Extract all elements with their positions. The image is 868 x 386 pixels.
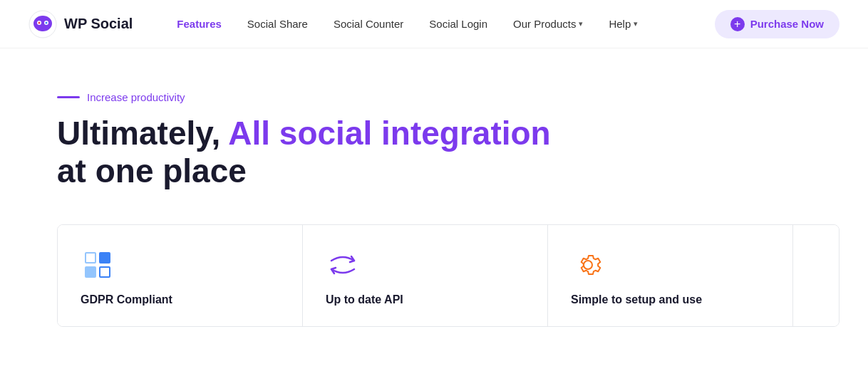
nav-features[interactable]: Features	[167, 12, 232, 36]
gear-icon-container	[571, 248, 605, 282]
svg-point-5	[46, 21, 48, 24]
svg-point-4	[38, 21, 41, 24]
nav-social-share[interactable]: Social Share	[237, 12, 318, 36]
card-api: Up to date API	[303, 225, 548, 326]
feature-cards-row: GDPR Compliant Up to date API	[57, 224, 839, 327]
our-products-arrow: ▾	[579, 19, 583, 28]
card-gear: Simple to setup and use	[548, 225, 793, 326]
api-label: Up to date API	[326, 293, 525, 306]
hero-section: Increase productivity Ultimately, All so…	[0, 48, 868, 355]
gear-icon	[572, 249, 604, 281]
purchase-button[interactable]: + Purchase Now	[715, 10, 839, 38]
nav-social-login[interactable]: Social Login	[419, 12, 497, 36]
gdpr-label: GDPR Compliant	[81, 293, 279, 306]
setup-label: Simple to setup and use	[571, 293, 770, 306]
brand-name: WP Social	[64, 16, 133, 32]
eyebrow-text: Increase productivity	[87, 91, 185, 103]
plus-icon: +	[730, 17, 745, 31]
eyebrow-line	[57, 96, 80, 98]
logo-icon	[29, 10, 57, 38]
logo-link[interactable]: WP Social	[29, 10, 133, 38]
hero-title: Ultimately, All social integration at on…	[57, 115, 839, 190]
nav-our-products[interactable]: Our Products ▾	[503, 12, 593, 36]
gdpr-icon	[81, 248, 115, 282]
nav-links: Features Social Share Social Counter Soc…	[167, 12, 714, 36]
nav-help[interactable]: Help ▾	[599, 12, 648, 36]
api-icon	[326, 248, 360, 282]
hero-eyebrow: Increase productivity	[57, 91, 839, 103]
nav-social-counter[interactable]: Social Counter	[324, 12, 413, 36]
card-gdpr: GDPR Compliant	[58, 225, 303, 326]
card-partial	[793, 225, 839, 326]
help-arrow: ▾	[634, 19, 638, 28]
navbar: WP Social Features Social Share Social C…	[0, 0, 868, 48]
